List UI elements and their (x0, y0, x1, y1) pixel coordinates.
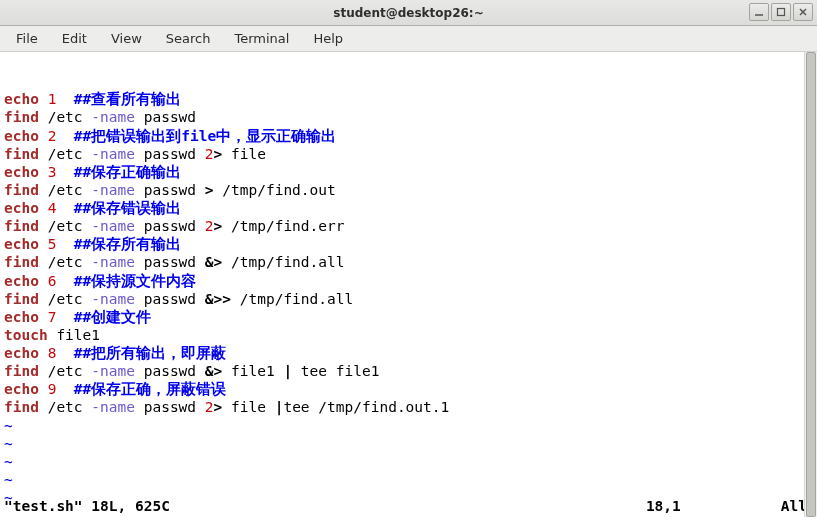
menu-file[interactable]: File (6, 28, 48, 49)
status-cursor-position: 18,1 (646, 497, 781, 515)
empty-line-tilde: ~ (4, 435, 813, 453)
minimize-icon (754, 7, 764, 17)
code-line: echo 1 ##查看所有输出 (4, 90, 813, 108)
code-line: touch file1 (4, 326, 813, 344)
menubar: File Edit View Search Terminal Help (0, 26, 817, 52)
empty-line-tilde: ~ (4, 417, 813, 435)
vim-statusbar: "test.sh" 18L, 625C 18,1 All (4, 497, 813, 515)
titlebar: student@desktop26:~ (0, 0, 817, 26)
menu-help[interactable]: Help (303, 28, 353, 49)
code-line: find /etc -name passwd > /tmp/find.out (4, 181, 813, 199)
code-line: echo 5 ##保存所有输出 (4, 235, 813, 253)
scrollbar[interactable] (804, 52, 817, 517)
menu-edit[interactable]: Edit (52, 28, 97, 49)
menu-view[interactable]: View (101, 28, 152, 49)
code-line: echo 8 ##把所有输出，即屏蔽 (4, 344, 813, 362)
empty-line-tilde: ~ (4, 453, 813, 471)
scrollbar-thumb[interactable] (806, 52, 816, 517)
code-line: find /etc -name passwd 2> file |tee /tmp… (4, 398, 813, 416)
code-line: echo 2 ##把错误输出到file中，显示正确输出 (4, 127, 813, 145)
maximize-button[interactable] (771, 3, 791, 21)
code-line: find /etc -name passwd &> file1 | tee fi… (4, 362, 813, 380)
code-line: echo 7 ##创建文件 (4, 308, 813, 326)
close-icon (798, 7, 808, 17)
maximize-icon (776, 7, 786, 17)
minimize-button[interactable] (749, 3, 769, 21)
window-controls (749, 3, 813, 21)
empty-line-tilde: ~ (4, 471, 813, 489)
menu-search[interactable]: Search (156, 28, 221, 49)
code-line: find /etc -name passwd &> /tmp/find.all (4, 253, 813, 271)
code-line: find /etc -name passwd 2> /tmp/find.err (4, 217, 813, 235)
close-button[interactable] (793, 3, 813, 21)
svg-rect-1 (778, 9, 785, 16)
code-line: find /etc -name passwd 2> file (4, 145, 813, 163)
code-line: echo 6 ##保持源文件内容 (4, 272, 813, 290)
code-line: echo 9 ##保存正确，屏蔽错误 (4, 380, 813, 398)
code-line: find /etc -name passwd &>> /tmp/find.all (4, 290, 813, 308)
menu-terminal[interactable]: Terminal (224, 28, 299, 49)
terminal-area[interactable]: echo 1 ##查看所有输出find /etc -name passwdech… (0, 52, 817, 517)
code-line: echo 3 ##保存正确输出 (4, 163, 813, 181)
window-title: student@desktop26:~ (333, 6, 483, 20)
status-file-info: "test.sh" 18L, 625C (4, 497, 170, 515)
code-line: echo 4 ##保存错误输出 (4, 199, 813, 217)
code-line: find /etc -name passwd (4, 108, 813, 126)
